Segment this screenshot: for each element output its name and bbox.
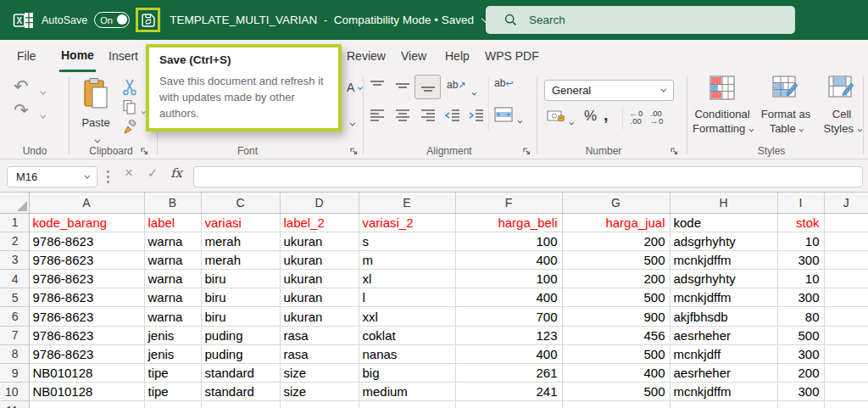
cell-C9[interactable]: standard — [201, 364, 280, 383]
save-button[interactable] — [136, 8, 160, 32]
cell-D5[interactable]: ukuran — [280, 288, 359, 307]
row-header-2[interactable]: 2 — [0, 232, 29, 250]
cell-A8[interactable]: 9786-8623 — [29, 344, 144, 363]
cell-B1[interactable]: label — [144, 213, 201, 232]
autosave-toggle[interactable]: On — [94, 12, 130, 28]
cell-D11[interactable] — [280, 401, 359, 408]
cell-J9[interactable] — [824, 364, 868, 383]
cell-D4[interactable]: ukuran — [280, 270, 359, 288]
column-header-B[interactable]: B — [144, 193, 201, 213]
undo-button[interactable]: ↶ — [14, 76, 29, 97]
cell-E5[interactable]: l — [359, 288, 455, 307]
cell-C3[interactable]: merah — [201, 250, 280, 269]
cell-A1[interactable]: kode_barang — [29, 213, 144, 232]
select-all-corner[interactable] — [0, 193, 29, 213]
cell-C6[interactable]: biru — [201, 307, 280, 326]
tab-help[interactable]: Help — [443, 40, 471, 72]
align-right-button[interactable] — [420, 109, 436, 122]
cell-I1[interactable]: stok — [777, 213, 824, 232]
cell-B2[interactable]: warna — [144, 232, 201, 250]
column-header-A[interactable]: A — [29, 193, 144, 213]
tab-view[interactable]: View — [399, 40, 428, 72]
cell-H8[interactable]: mcnkjdff — [670, 344, 777, 363]
cell-E8[interactable]: nanas — [359, 344, 455, 363]
cell-J4[interactable] — [824, 270, 868, 288]
cell-E11[interactable] — [359, 401, 455, 408]
cell-C5[interactable]: biru — [201, 288, 280, 307]
column-header-E[interactable]: E — [359, 193, 455, 213]
cell-G4[interactable]: 200 — [562, 270, 670, 288]
merge-center-button[interactable] — [494, 107, 513, 122]
cell-I5[interactable]: 300 — [777, 288, 824, 307]
clipboard-dialog-launcher[interactable] — [140, 147, 149, 156]
cell-H5[interactable]: mcnkjdffm — [670, 288, 777, 307]
cell-E10[interactable]: medium — [359, 383, 455, 401]
cell-I9[interactable]: 200 — [777, 364, 824, 383]
align-left-button[interactable] — [370, 109, 385, 122]
percent-style-button[interactable]: % — [584, 108, 597, 125]
column-header-C[interactable]: C — [201, 193, 280, 213]
cell-C8[interactable]: puding — [201, 344, 280, 363]
cell-J10[interactable] — [824, 383, 868, 401]
cell-G9[interactable]: 400 — [562, 364, 670, 383]
cell-styles-button[interactable]: CellStyles — [805, 75, 868, 136]
row-header-1[interactable]: 1 — [0, 213, 29, 232]
cell-D2[interactable]: ukuran — [280, 232, 359, 250]
tab-review[interactable]: Review — [345, 40, 387, 72]
formula-bar-grip[interactable] — [107, 176, 109, 178]
cell-G10[interactable]: 500 — [562, 383, 670, 401]
tab-wps-pdf[interactable]: WPS PDF — [483, 40, 541, 72]
cell-D7[interactable]: rasa — [280, 326, 359, 344]
format-painter-button[interactable] — [122, 120, 137, 138]
decrease-decimal-button[interactable]: .00→0 — [649, 109, 663, 125]
row-header-5[interactable]: 5 — [0, 288, 29, 307]
orientation-chevron[interactable] — [471, 84, 475, 99]
copy-button[interactable] — [122, 99, 137, 118]
cell-D10[interactable]: size — [280, 383, 359, 401]
cell-H3[interactable]: mcnkjdffm — [670, 250, 777, 269]
cell-I7[interactable]: 500 — [777, 326, 824, 344]
cancel-button[interactable]: × — [119, 165, 139, 182]
cell-G7[interactable]: 456 — [562, 326, 670, 344]
cell-J11[interactable] — [824, 401, 868, 408]
cell-F1[interactable]: harga_beli — [455, 213, 562, 232]
cell-B5[interactable]: warna — [144, 288, 201, 307]
cell-H4[interactable]: adsgrhyhty — [670, 270, 777, 288]
comma-style-button[interactable]: , — [604, 105, 609, 125]
cell-I6[interactable]: 80 — [777, 307, 824, 326]
cell-J2[interactable] — [824, 232, 868, 250]
cell-A6[interactable]: 9786-8623 — [29, 307, 144, 326]
row-header-9[interactable]: 9 — [0, 364, 29, 383]
font-dialog-launcher[interactable] — [349, 147, 359, 156]
cell-J6[interactable] — [824, 307, 868, 326]
redo-chevron-icon[interactable] — [40, 107, 44, 122]
decrease-indent-button[interactable] — [445, 109, 460, 122]
row-header-6[interactable]: 6 — [0, 307, 29, 326]
increase-decimal-button[interactable]: ←0.00 — [629, 109, 643, 125]
cell-C2[interactable]: merah — [201, 232, 280, 250]
cell-A9[interactable]: NB010128 — [29, 364, 144, 383]
cell-A2[interactable]: 9786-8623 — [29, 232, 144, 250]
align-center-button[interactable] — [395, 109, 410, 122]
orientation-button[interactable]: ab↗ — [447, 79, 466, 91]
cell-I10[interactable]: 300 — [777, 383, 824, 401]
cell-J1[interactable] — [824, 213, 868, 232]
column-header-D[interactable]: D — [280, 193, 359, 213]
font-remnant-chevron[interactable] — [349, 115, 353, 130]
cell-I8[interactable]: 300 — [777, 344, 824, 363]
cell-H6[interactable]: akjfbhsdb — [670, 307, 777, 326]
number-format-select[interactable]: General — [544, 80, 674, 101]
row-header-3[interactable]: 3 — [0, 250, 29, 269]
column-header-H[interactable]: H — [670, 193, 777, 213]
insert-function-button[interactable]: fx — [166, 166, 186, 180]
increase-indent-button[interactable] — [469, 109, 484, 122]
redo-button[interactable]: ↷ — [14, 100, 29, 120]
cell-J5[interactable] — [824, 288, 868, 307]
alignment-dialog-launcher[interactable] — [522, 147, 531, 156]
cell-F4[interactable]: 100 — [455, 270, 562, 288]
cell-G2[interactable]: 200 — [562, 232, 670, 250]
cell-D3[interactable]: ukuran — [280, 250, 359, 269]
wrap-text-button[interactable]: ab↩ — [494, 77, 514, 89]
cell-I3[interactable]: 300 — [777, 250, 824, 269]
number-dialog-launcher[interactable] — [670, 147, 679, 156]
